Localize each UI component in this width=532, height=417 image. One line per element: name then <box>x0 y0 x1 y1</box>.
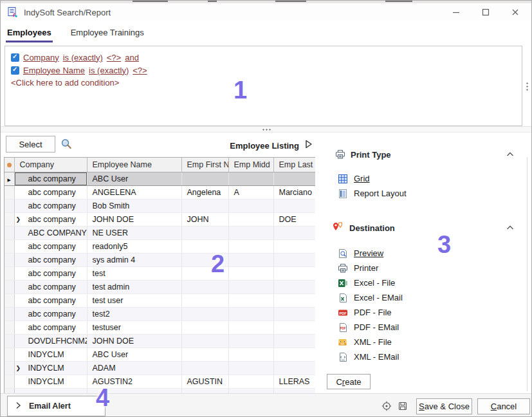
cell-employee-name[interactable]: test admin <box>87 280 181 293</box>
cell-employee-name[interactable]: ANGELENA <box>87 185 181 199</box>
expand-row-icon[interactable] <box>16 365 22 371</box>
row-selector-cell[interactable] <box>5 334 14 348</box>
column-header-middle-name[interactable]: Emp Midd <box>228 158 273 172</box>
cell-middle-name[interactable] <box>228 253 273 266</box>
table-row[interactable] <box>5 388 315 393</box>
column-header-company[interactable]: Company <box>14 158 87 172</box>
condition-field-link[interactable]: Employee Name <box>23 66 85 75</box>
cell-middle-name[interactable] <box>228 307 273 320</box>
cell-first-name[interactable]: Angelena <box>181 185 228 199</box>
cell-last-name[interactable] <box>273 172 315 185</box>
option-item[interactable]: PDF PDF - File <box>338 305 528 320</box>
cell-first-name[interactable] <box>181 361 228 375</box>
table-row[interactable]: abc company ABC User <box>5 172 315 185</box>
cell-middle-name[interactable] <box>228 348 273 361</box>
condition-operator-link[interactable]: is (exactly) <box>89 66 129 75</box>
report-listing-selector[interactable]: Employee Listing <box>4 140 315 151</box>
cell-first-name[interactable] <box>181 280 228 293</box>
cell-first-name[interactable] <box>181 334 228 348</box>
save-close-button[interactable]: Save & Close <box>416 398 472 414</box>
cell-company[interactable]: abc company <box>14 307 87 320</box>
cell-first-name[interactable] <box>181 199 228 212</box>
filter-condition-row[interactable]: Employee Name is (exactly) <?> <box>11 64 516 77</box>
cell-company[interactable]: abc company <box>14 172 87 185</box>
settings-gear-icon[interactable] <box>381 401 392 411</box>
cell-last-name[interactable]: LLERAS <box>273 375 315 388</box>
tab-employees[interactable]: Employees <box>6 24 53 42</box>
cell-company[interactable]: abc company <box>14 199 87 212</box>
cell-last-name[interactable] <box>273 199 315 212</box>
cell-first-name[interactable] <box>181 293 228 307</box>
table-row[interactable]: INDYCLM ADAM <box>5 361 315 375</box>
cell-company[interactable]: abc company <box>14 280 87 293</box>
table-row[interactable]: abc company readonly5 <box>5 239 315 253</box>
row-selector-cell[interactable] <box>5 280 14 293</box>
option-item[interactable]: Preview <box>338 246 528 261</box>
cell-company[interactable]: abc company <box>14 266 87 280</box>
cell-middle-name[interactable] <box>228 334 273 348</box>
cell-middle-name[interactable] <box>228 239 273 253</box>
row-selector-cell[interactable] <box>5 320 14 334</box>
cell-middle-name[interactable] <box>228 388 273 393</box>
cell-middle-name[interactable] <box>228 212 273 226</box>
option-item[interactable]: XML XML - EMail <box>338 349 528 364</box>
option-item[interactable]: Grid <box>338 171 528 186</box>
cell-middle-name[interactable] <box>228 320 273 334</box>
option-item[interactable]: Excel - File <box>338 275 528 290</box>
cell-middle-name[interactable] <box>228 266 273 280</box>
email-alert-expander[interactable]: Email Alert <box>7 396 105 416</box>
cell-middle-name[interactable] <box>228 280 273 293</box>
cell-employee-name[interactable]: JOHN DOE <box>87 334 181 348</box>
table-row[interactable]: abc company Bob Smith <box>5 199 315 212</box>
maximize-button[interactable] <box>481 8 490 17</box>
table-row[interactable]: INDYCLM AGUSTIN2 AGUSTIN LLERAS <box>5 375 315 388</box>
cell-employee-name[interactable]: ABC User <box>87 348 181 361</box>
row-selector-cell[interactable] <box>5 226 14 239</box>
row-selector-cell[interactable] <box>5 239 14 253</box>
cell-last-name[interactable] <box>273 266 315 280</box>
table-row[interactable]: ABC COMPANY NE USER <box>5 226 315 239</box>
row-selector-cell[interactable] <box>5 293 14 307</box>
row-selector-cell[interactable] <box>5 266 14 280</box>
cell-last-name[interactable] <box>273 388 315 393</box>
cell-first-name[interactable] <box>181 172 228 185</box>
condition-conjunction-link[interactable]: and <box>125 53 139 62</box>
cell-company[interactable]: ABC COMPANY <box>14 226 87 239</box>
cell-employee-name[interactable]: ADAM <box>87 361 181 375</box>
row-selector-cell[interactable] <box>5 348 14 361</box>
cell-first-name[interactable] <box>181 388 228 393</box>
print-type-section-header[interactable]: Print Type <box>327 145 528 163</box>
cell-last-name[interactable]: DOE <box>273 212 315 226</box>
cell-company[interactable]: DOVDLFHCNMZJBI <box>14 334 87 348</box>
cell-company[interactable]: INDYCLM <box>14 375 87 388</box>
row-selector-cell[interactable] <box>5 307 14 320</box>
cell-company[interactable]: abc company <box>14 185 87 199</box>
cell-company[interactable]: INDYCLM <box>14 348 87 361</box>
cell-first-name[interactable] <box>181 307 228 320</box>
column-header-last-name[interactable]: Emp Last N <box>273 158 315 172</box>
tab-employee-trainings[interactable]: Employee Trainings <box>69 24 145 42</box>
cell-first-name[interactable] <box>181 348 228 361</box>
table-row[interactable]: abc company ANGELENA Angelena A Marciano <box>5 185 315 199</box>
cell-first-name[interactable]: AGUSTIN <box>181 375 228 388</box>
cell-company[interactable]: abc company <box>14 320 87 334</box>
table-row[interactable]: abc company test admin <box>5 280 315 293</box>
cell-first-name[interactable] <box>181 239 228 253</box>
table-row[interactable]: DOVDLFHCNMZJBI JOHN DOE <box>5 334 315 348</box>
column-header-employee-name[interactable]: Employee Name <box>87 158 181 172</box>
cell-first-name[interactable] <box>181 253 228 266</box>
cell-employee-name[interactable]: test user <box>87 293 181 307</box>
cell-company[interactable]: abc company <box>14 212 87 226</box>
cell-employee-name[interactable]: sys admin 4 <box>87 253 181 266</box>
option-item[interactable]: Excel - EMail <box>338 290 528 305</box>
condition-value-link[interactable]: <?> <box>133 66 147 75</box>
row-selector-cell[interactable] <box>5 185 14 199</box>
cell-employee-name[interactable]: test2 <box>87 307 181 320</box>
table-row[interactable]: abc company test user <box>5 293 315 307</box>
cell-last-name[interactable] <box>273 253 315 266</box>
option-item[interactable]: Report Layout <box>338 186 528 201</box>
horizontal-splitter[interactable] <box>1 126 531 133</box>
cell-middle-name[interactable]: A <box>228 185 273 199</box>
chevron-up-icon[interactable] <box>506 152 514 157</box>
cell-first-name[interactable] <box>181 266 228 280</box>
